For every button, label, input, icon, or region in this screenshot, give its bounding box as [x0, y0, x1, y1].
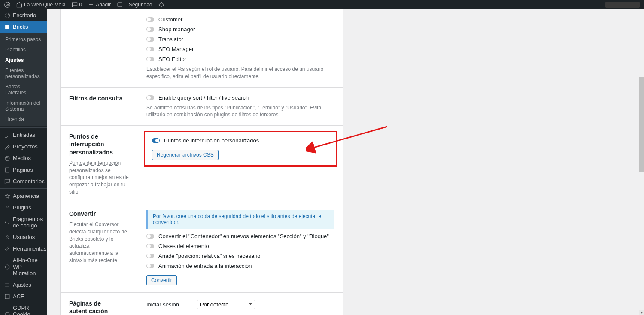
svg-point-10	[5, 312, 9, 315]
sub-info[interactable]: Información del Sistema	[0, 98, 47, 114]
menu-paginas[interactable]: Páginas	[0, 164, 47, 176]
menu-proyectos[interactable]: Proyectos	[0, 141, 47, 152]
menu-ajustes[interactable]: Ajustes	[0, 279, 47, 291]
user-profile[interactable]	[605, 2, 640, 8]
sub-fuentes[interactable]: Fuentes personalizadas	[0, 65, 47, 82]
main-content: Customer Shop manager Translator SEO Man…	[47, 9, 644, 315]
menu-bricks[interactable]: Bricks	[0, 21, 47, 33]
toggle-shopmanager[interactable]	[146, 27, 154, 32]
add-new[interactable]: Añadir	[88, 2, 111, 8]
select-login[interactable]: Por defecto	[197, 300, 255, 309]
label-convert-container: Convertir el "Contenedor" en nuevos elem…	[158, 233, 329, 239]
menu-usuarios[interactable]: Usuarios	[0, 231, 47, 243]
toggle-seoeditor[interactable]	[146, 57, 154, 61]
svg-point-7	[6, 235, 8, 237]
label-entry-animation: Animación de entrada a la interacción	[158, 263, 252, 269]
filtros-title: Filtros de consulta	[69, 94, 129, 102]
label-breakpoints: Puntos de interrupción personalizados	[164, 137, 259, 144]
toggle-entry-animation[interactable]	[146, 264, 154, 268]
highlight-box: Puntos de interrupción personalizados Re…	[144, 131, 337, 167]
svg-rect-6	[6, 168, 9, 172]
sub-barras[interactable]: Barras Laterales	[0, 82, 47, 98]
scrollbar-thumb[interactable]	[639, 77, 644, 172]
label-enable-query: Enable query sort / filter / live search	[158, 94, 249, 101]
wp-logo[interactable]: W	[4, 2, 10, 8]
regenerate-css-button[interactable]: Regenerar archivos CSS	[152, 150, 219, 160]
label-translator: Translator	[158, 36, 183, 42]
toggle-translator[interactable]	[146, 37, 154, 42]
svg-rect-4	[5, 25, 9, 29]
scrollbar[interactable]: ▴ ▾	[639, 0, 644, 315]
breakpoints-title: Puntos de interrupción personalizados	[69, 133, 129, 156]
sub-plantillas[interactable]: Plantillas	[0, 45, 47, 55]
label-seomanager: SEO Manager	[158, 46, 194, 52]
section-roles: Customer Shop manager Translator SEO Man…	[61, 9, 343, 87]
admin-bar: W La Web Que Mola 0 Añadir Seguridad	[0, 0, 644, 9]
menu-gdpr[interactable]: GDPR Cookie Compliance	[0, 302, 47, 315]
toggle-enable-query[interactable]	[146, 95, 154, 100]
section-breakpoints: Puntos de interrupción personalizados Pu…	[61, 125, 343, 203]
sub-ajustes[interactable]: Ajustes	[0, 55, 47, 65]
menu-fragmentos[interactable]: Fragmentos de código	[0, 213, 47, 231]
label-seoeditor: SEO Editor	[158, 56, 186, 62]
submenu-bricks: Primeros pasos Plantillas Ajustes Fuente…	[0, 33, 47, 126]
toggle-element-classes[interactable]	[146, 244, 154, 248]
toggle-seomanager[interactable]	[146, 47, 154, 51]
label-shopmanager: Shop manager	[158, 26, 195, 33]
auth-title: Páginas de autenticación personalizadas	[69, 300, 129, 315]
menu-comentarios[interactable]: Comentarios	[0, 176, 47, 187]
label-customer: Customer	[158, 16, 182, 23]
diamond-icon[interactable]	[158, 2, 164, 8]
menu-allinone[interactable]: All-in-One WP Migration	[0, 254, 47, 279]
convertir-desc: Ejecutar el Conversor detecta cualquier …	[69, 221, 129, 264]
backup-notice: Por favor, cree una copia de seguridad d…	[146, 210, 334, 229]
breakpoints-link[interactable]: Puntos de interrupción personalizados	[69, 160, 121, 173]
sub-licencia[interactable]: Licencia	[0, 114, 47, 124]
menu-entradas[interactable]: Entradas	[0, 129, 47, 141]
admin-sidebar: Escritorio Bricks Primeros pasos Plantil…	[0, 9, 47, 315]
scroll-down-icon[interactable]: ▾	[639, 310, 644, 315]
menu-medios[interactable]: Medios	[0, 152, 47, 164]
theme-icon[interactable]	[117, 2, 123, 8]
roles-help: Establecer el %s según el rol de usuario…	[146, 66, 334, 80]
convertir-button[interactable]: Convertir	[146, 275, 177, 285]
filtros-help: Se admiten consultas de los tipos "Publi…	[146, 104, 334, 119]
toggle-convert-container[interactable]	[146, 234, 154, 239]
menu-plugins[interactable]: Plugins	[0, 202, 47, 213]
svg-point-8	[5, 265, 9, 269]
site-name[interactable]: La Web Que Mola	[16, 2, 66, 8]
section-convertir: Convertir Ejecutar el Conversor detecta …	[61, 203, 343, 292]
menu-acf[interactable]: ACF	[0, 291, 47, 302]
label-login: Iniciar sesión	[146, 301, 197, 308]
convertir-title: Convertir	[69, 210, 129, 218]
svg-rect-2	[118, 3, 122, 7]
section-filtros: Filtros de consulta Enable query sort / …	[61, 87, 343, 126]
settings-panel: Customer Shop manager Translator SEO Man…	[60, 9, 343, 315]
toggle-position-relative[interactable]	[146, 254, 154, 258]
svg-rect-9	[5, 294, 9, 299]
sub-primeros[interactable]: Primeros pasos	[0, 34, 47, 45]
breakpoints-desc: Puntos de interrupción personalizados se…	[69, 160, 129, 196]
security-link[interactable]: Seguridad	[129, 2, 152, 8]
menu-herramientas[interactable]: Herramientas	[0, 243, 47, 254]
toggle-breakpoints[interactable]	[152, 138, 160, 143]
toggle-customer[interactable]	[146, 17, 154, 22]
conversor-link[interactable]: Conversor	[95, 221, 118, 227]
svg-text:W: W	[6, 3, 9, 7]
menu-apariencia[interactable]: Apariencia	[0, 190, 47, 202]
menu-dashboard[interactable]: Escritorio	[0, 9, 47, 21]
comments-count[interactable]: 0	[72, 2, 82, 8]
svg-point-5	[5, 156, 9, 161]
section-auth: Páginas de autenticación personalizadas …	[61, 292, 343, 315]
label-element-classes: Clases del elemento	[158, 243, 209, 249]
label-position-relative: Añade "posición: relativa" si es necesar…	[158, 253, 261, 259]
